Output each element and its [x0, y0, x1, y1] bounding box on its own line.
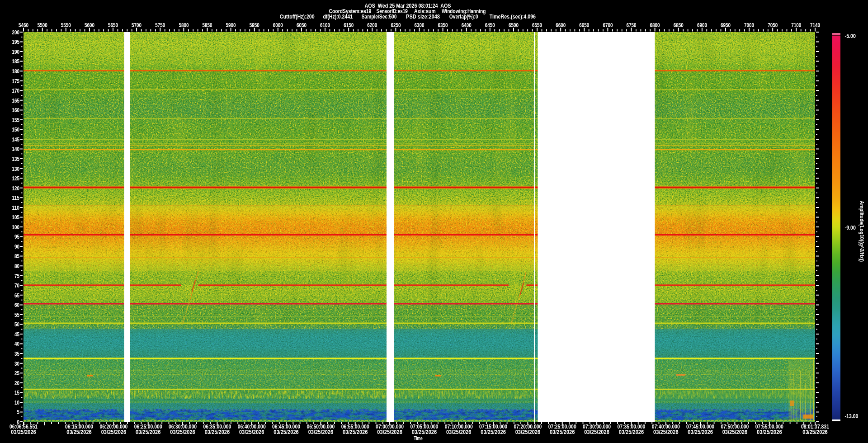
svg-text:70: 70 [14, 282, 19, 289]
svg-text:03/25/2026: 03/25/2026 [66, 429, 92, 435]
svg-text:Time: Time [414, 435, 423, 442]
svg-text:5: 5 [17, 409, 20, 415]
svg-text:df(Hz):0.2441: df(Hz):0.2441 [323, 14, 353, 20]
svg-text:6800: 6800 [650, 22, 660, 28]
svg-text:6550: 6550 [532, 22, 542, 28]
svg-text:6900: 6900 [697, 22, 707, 28]
svg-text:6450: 6450 [485, 22, 495, 28]
svg-text:115: 115 [12, 194, 20, 201]
svg-text:6950: 6950 [721, 22, 731, 28]
svg-text:30: 30 [14, 360, 19, 367]
svg-text:5500: 5500 [38, 22, 47, 28]
svg-text:7000: 7000 [744, 22, 754, 28]
svg-text:6700: 6700 [603, 22, 613, 28]
svg-text:-13.00: -13.00 [845, 413, 859, 419]
svg-text:6300: 6300 [415, 22, 425, 28]
svg-text:03/25/2026: 03/25/2026 [802, 429, 828, 435]
svg-text:20: 20 [14, 380, 19, 386]
svg-text:6350: 6350 [438, 22, 448, 28]
svg-text:7140: 7140 [810, 22, 820, 28]
svg-text:5850: 5850 [203, 22, 212, 28]
svg-text:03/25/2026: 03/25/2026 [722, 429, 748, 435]
svg-text:03/25/2026: 03/25/2026 [412, 429, 437, 435]
svg-text:03/25/2026: 03/25/2026 [239, 429, 264, 435]
svg-text:7100: 7100 [791, 22, 801, 28]
svg-text:03/25/2026: 03/25/2026 [136, 429, 161, 435]
svg-text:Cuttoff(Hz):200: Cuttoff(Hz):200 [280, 14, 315, 20]
svg-text:100: 100 [12, 224, 20, 231]
svg-text:40: 40 [14, 340, 19, 347]
svg-text:60: 60 [14, 302, 19, 308]
svg-text:Amplitude(Log10((g^2/Hz)): Amplitude(Log10((g^2/Hz)) [859, 201, 865, 262]
svg-text:6200: 6200 [367, 22, 377, 28]
svg-text:03/25/2026: 03/25/2026 [377, 429, 402, 435]
svg-text:03/25/2026: 03/25/2026 [481, 429, 506, 435]
svg-text:6100: 6100 [320, 22, 330, 28]
svg-text:TimeRes.(sec):4.096: TimeRes.(sec):4.096 [490, 14, 536, 20]
svg-text:140: 140 [12, 146, 20, 152]
svg-text:6650: 6650 [579, 22, 589, 28]
svg-text:85: 85 [14, 253, 19, 259]
svg-text:03/25/2026: 03/25/2026 [757, 429, 782, 435]
svg-text:120: 120 [12, 185, 20, 192]
svg-text:165: 165 [12, 97, 20, 104]
svg-text:195: 195 [12, 38, 20, 45]
svg-text:160: 160 [12, 107, 20, 113]
svg-text:145: 145 [12, 136, 20, 143]
svg-text:75: 75 [14, 273, 19, 279]
svg-text:03/25/2026: 03/25/2026 [101, 429, 127, 435]
svg-text:200: 200 [12, 29, 20, 36]
svg-text:03/25/2026: 03/25/2026 [688, 429, 713, 435]
svg-text:6050: 6050 [297, 22, 307, 28]
svg-text:155: 155 [12, 117, 20, 123]
svg-text:55: 55 [14, 311, 19, 318]
svg-text:80: 80 [14, 263, 19, 269]
svg-text:5750: 5750 [155, 22, 165, 28]
svg-text:5900: 5900 [226, 22, 236, 28]
svg-text:170: 170 [12, 87, 20, 94]
svg-text:6750: 6750 [627, 22, 637, 28]
svg-text:03/25/2026: 03/25/2026 [11, 429, 36, 435]
svg-text:25: 25 [14, 370, 19, 377]
svg-text:Sample/Sec:500: Sample/Sec:500 [362, 14, 397, 20]
svg-text:90: 90 [14, 243, 19, 250]
svg-text:5700: 5700 [132, 22, 142, 28]
svg-text:135: 135 [12, 156, 20, 162]
svg-text:175: 175 [12, 78, 20, 85]
svg-text:6150: 6150 [344, 22, 354, 28]
svg-text:105: 105 [12, 214, 20, 221]
svg-text:7050: 7050 [768, 22, 778, 28]
svg-text:6400: 6400 [462, 22, 472, 28]
svg-text:5550: 5550 [61, 22, 71, 28]
svg-text:15: 15 [14, 389, 19, 396]
svg-text:PSD size:2048: PSD size:2048 [406, 14, 440, 20]
svg-text:-9.00: -9.00 [845, 224, 856, 231]
svg-text:03/25/2026: 03/25/2026 [653, 429, 679, 435]
svg-text:10: 10 [14, 399, 19, 406]
svg-text:6500: 6500 [509, 22, 519, 28]
svg-text:190: 190 [12, 48, 20, 55]
svg-text:150: 150 [12, 126, 20, 133]
svg-text:125: 125 [12, 175, 20, 182]
svg-text:03/25/2026: 03/25/2026 [515, 429, 541, 435]
svg-text:03/25/2026: 03/25/2026 [584, 429, 609, 435]
svg-text:03/25/2026: 03/25/2026 [343, 429, 368, 435]
svg-text:03/25/2026: 03/25/2026 [274, 429, 299, 435]
svg-text:03/25/2026: 03/25/2026 [308, 429, 334, 435]
svg-text:5800: 5800 [179, 22, 189, 28]
svg-text:5460: 5460 [19, 22, 28, 28]
svg-text:03/25/2026: 03/25/2026 [205, 429, 230, 435]
svg-text:130: 130 [12, 165, 20, 172]
svg-text:185: 185 [12, 58, 20, 65]
svg-text:Overlap(%):0: Overlap(%):0 [449, 14, 478, 20]
svg-text:6250: 6250 [391, 22, 401, 28]
svg-text:6600: 6600 [556, 22, 566, 28]
svg-text:180: 180 [12, 68, 20, 75]
svg-text:6850: 6850 [674, 22, 684, 28]
svg-text:03/25/2026: 03/25/2026 [550, 429, 575, 435]
svg-text:110: 110 [12, 204, 20, 211]
svg-text:95: 95 [14, 233, 19, 240]
svg-text:03/25/2026: 03/25/2026 [619, 429, 644, 435]
svg-text:5600: 5600 [85, 22, 94, 28]
svg-text:6000: 6000 [273, 22, 283, 28]
